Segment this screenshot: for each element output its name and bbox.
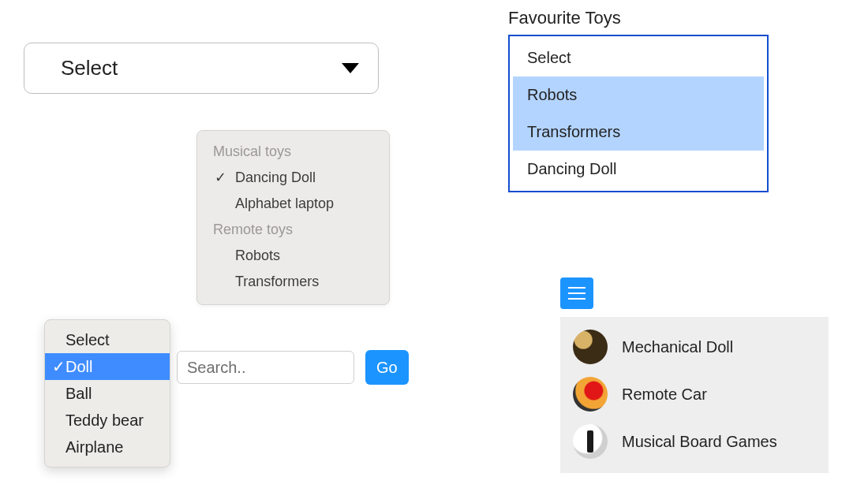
simple-select[interactable]: Select xyxy=(24,43,379,94)
tile-label: Musical Board Games xyxy=(622,433,777,451)
chevron-down-icon xyxy=(342,63,359,73)
fav-option-transformers[interactable]: Transformers xyxy=(513,114,764,151)
option-label: Transformers xyxy=(235,274,319,289)
select-dropdown-popover: Select ✓ Doll Ball Teddy bear Airplane xyxy=(44,319,170,468)
option-label: Airplane xyxy=(65,438,123,456)
option-label: Robots xyxy=(527,86,577,103)
option-label: Ball xyxy=(65,385,92,402)
tile-musical-board-games[interactable]: Musical Board Games xyxy=(560,418,829,465)
option-ball[interactable]: Ball xyxy=(45,380,170,407)
tile-items: Mechanical Doll Remote Car Musical Board… xyxy=(560,317,829,473)
checkmark-icon: ✓ xyxy=(52,353,65,380)
option-label: Doll xyxy=(65,358,92,375)
option-label: Select xyxy=(527,49,571,66)
hamburger-button[interactable] xyxy=(560,278,593,309)
search-input[interactable] xyxy=(177,351,354,384)
option-dancing-doll[interactable]: ✓ Dancing Doll xyxy=(197,165,389,191)
go-button[interactable]: Go xyxy=(365,350,409,385)
option-label: Select xyxy=(65,331,110,348)
grouped-dropdown-popover: Musical toys ✓ Dancing Doll Alphabet lap… xyxy=(196,130,390,305)
avatar-icon xyxy=(573,330,608,364)
option-label: Dancing Doll xyxy=(527,160,616,177)
checkmark-icon: ✓ xyxy=(215,165,226,191)
tile-label: Mechanical Doll xyxy=(622,338,733,356)
avatar-icon xyxy=(573,424,608,459)
hamburger-icon xyxy=(568,292,586,294)
option-alphabet-laptop[interactable]: Alphabet laptop xyxy=(197,191,389,217)
option-select[interactable]: Select xyxy=(45,326,170,353)
group-label: Remote toys xyxy=(197,217,389,243)
tile-list: Mechanical Doll Remote Car Musical Board… xyxy=(560,278,829,473)
option-teddy-bear[interactable]: Teddy bear xyxy=(45,407,170,434)
option-doll[interactable]: ✓ Doll xyxy=(45,353,170,380)
hamburger-icon xyxy=(568,287,586,289)
avatar-icon xyxy=(573,377,608,412)
favourites-listbox[interactable]: Select Robots Transformers Dancing Doll xyxy=(508,35,769,192)
fav-option-robots[interactable]: Robots xyxy=(513,76,764,114)
option-label: Alphabet laptop xyxy=(235,196,334,211)
option-label: Dancing Doll xyxy=(235,169,316,185)
option-label: Transformers xyxy=(527,123,620,140)
group-label: Musical toys xyxy=(197,139,389,165)
tile-label: Remote Car xyxy=(622,386,707,404)
favourites-label: Favourite Toys xyxy=(508,8,621,28)
option-label: Robots xyxy=(235,248,280,263)
tile-mechanical-doll[interactable]: Mechanical Doll xyxy=(560,323,829,371)
hamburger-icon xyxy=(568,298,586,300)
option-airplane[interactable]: Airplane xyxy=(45,434,170,460)
tile-remote-car[interactable]: Remote Car xyxy=(560,371,829,418)
fav-option-select[interactable]: Select xyxy=(513,39,764,76)
search-row: Go xyxy=(177,350,409,385)
option-transformers[interactable]: Transformers xyxy=(197,269,389,295)
fav-option-dancing-doll[interactable]: Dancing Doll xyxy=(513,151,764,188)
option-robots[interactable]: Robots xyxy=(197,243,389,269)
simple-select-value: Select xyxy=(61,56,118,80)
option-label: Teddy bear xyxy=(65,412,144,429)
